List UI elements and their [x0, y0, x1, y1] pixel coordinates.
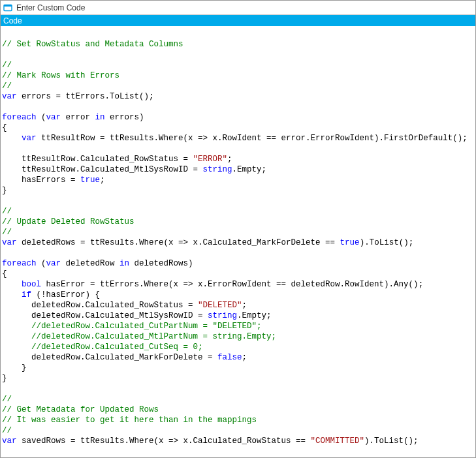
- code-token: foreach: [2, 259, 37, 268]
- code-editor[interactable]: // Set RowStatus and Metadata Columns //…: [1, 26, 475, 458]
- code-token: string: [203, 165, 232, 174]
- code-line: {: [2, 269, 7, 279]
- code-token: error: [61, 113, 95, 122]
- code-token: deletedRows): [129, 259, 193, 268]
- code-line: {: [2, 123, 7, 132]
- code-token: deletedRow.Calculated_MtlSysRowID =: [2, 311, 208, 320]
- window-icon: [3, 3, 12, 12]
- code-token: ).ToList();: [364, 436, 419, 446]
- code-token: foreach: [2, 113, 37, 122]
- code-token: var: [2, 238, 17, 247]
- code-token: (!hasError) {: [31, 290, 100, 299]
- window-titlebar[interactable]: Enter Custom Code: [1, 1, 475, 15]
- code-token: hasError = ttErrors.Where(x => x.ErrorRo…: [41, 280, 423, 289]
- code-token: ;: [242, 301, 247, 310]
- code-token: [2, 134, 22, 143]
- code-token: (: [37, 113, 46, 122]
- code-token: .Empty;: [232, 165, 267, 174]
- code-token: false: [217, 353, 242, 362]
- code-token: ;: [242, 353, 247, 362]
- code-line: }: [2, 363, 27, 373]
- code-token: deletedRow.Calculated_RowStatus =: [2, 301, 198, 310]
- code-token: ;: [100, 176, 105, 185]
- code-line: //: [2, 207, 12, 216]
- code-token: ;: [227, 155, 232, 164]
- code-line: //: [2, 426, 12, 435]
- code-line: //: [2, 82, 12, 91]
- code-token: ttResultRow.Calculated_RowStatus =: [2, 155, 193, 164]
- code-token: var: [22, 134, 37, 143]
- code-token: true: [80, 176, 100, 185]
- code-line: //: [2, 395, 12, 404]
- code-line: // Mark Rows with Errors: [2, 71, 119, 80]
- code-token: bool: [22, 280, 41, 289]
- code-token: if: [22, 290, 31, 299]
- code-token: deletedRows = ttResults.Where(x => x.Cal…: [17, 238, 340, 247]
- code-token: var: [46, 113, 61, 122]
- code-token: "DELETED": [198, 301, 242, 310]
- tab-bar: Code: [1, 15, 475, 26]
- code-token: "ERROR": [193, 155, 228, 164]
- code-token: ttResultRow.Calculated_MtlSysRowID =: [2, 165, 203, 174]
- code-line: // Get Metadata for Updated Rows: [2, 405, 159, 414]
- code-token: [2, 280, 22, 289]
- code-token: [2, 290, 22, 299]
- code-line: //deletedRow.Calculated_CutSeq = 0;: [2, 343, 203, 352]
- code-token: var: [2, 92, 17, 101]
- code-line: // Update Deleted RowStatus: [2, 217, 135, 226]
- tab-code[interactable]: Code: [3, 16, 22, 25]
- code-token: savedRows = ttResults.Where(x => x.Calcu…: [17, 436, 311, 446]
- code-token: true: [340, 238, 360, 247]
- code-line: //deletedRow.Calculated_CutPartNum = "DE…: [2, 322, 262, 331]
- code-line: // It was easier to get it here than in …: [2, 416, 257, 425]
- code-token: ttResultRow = ttResults.Where(x => x.Row…: [37, 134, 468, 143]
- code-token: deletedRow: [61, 259, 119, 268]
- code-line: }: [2, 374, 7, 383]
- code-line: // Set RowStatus and Metadata Columns: [2, 40, 183, 49]
- code-line: }: [2, 186, 7, 195]
- code-token: in: [119, 259, 129, 268]
- svg-rect-1: [4, 5, 12, 7]
- code-token: in: [95, 113, 105, 122]
- code-token: var: [46, 259, 61, 268]
- code-token: errors): [105, 113, 144, 122]
- code-token: ).ToList();: [360, 238, 414, 247]
- code-token: .Empty;: [237, 311, 272, 320]
- code-token: (: [37, 259, 46, 268]
- code-token: "COMMITTED": [311, 436, 365, 446]
- code-token: hasErrors =: [2, 176, 80, 185]
- code-token: deletedRow.Calculated_MarkForDelete =: [2, 353, 217, 362]
- code-line: //deletedRow.Calculated_MtlPartNum = str…: [2, 332, 276, 341]
- code-token: errors = ttErrors.ToList();: [17, 92, 154, 101]
- code-line: //: [2, 61, 12, 70]
- code-token: string: [208, 311, 237, 320]
- code-line: //: [2, 228, 12, 237]
- window-title: Enter Custom Code: [16, 3, 85, 12]
- code-token: var: [2, 436, 17, 446]
